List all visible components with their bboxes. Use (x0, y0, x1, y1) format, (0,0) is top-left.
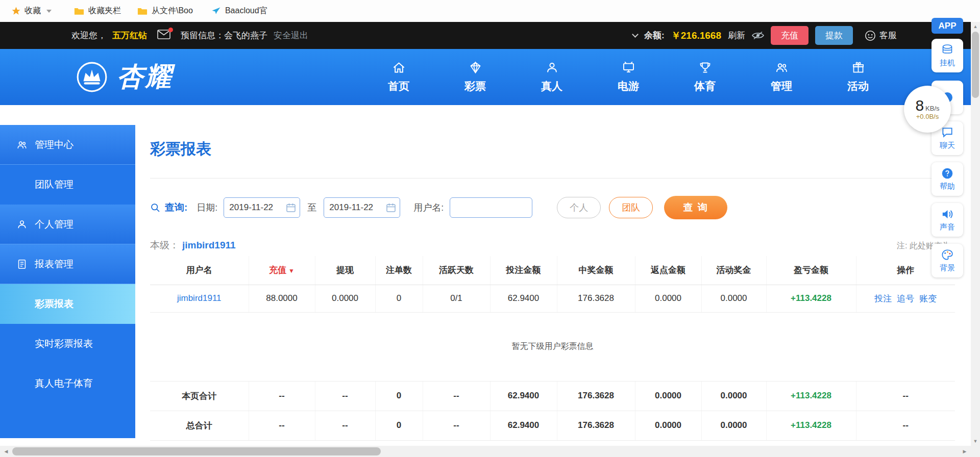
sound-button[interactable]: 声音 (932, 203, 963, 237)
action-chase-link[interactable]: 追号 (897, 294, 914, 303)
team-filter-button[interactable]: 团队 (609, 197, 653, 218)
main-content: 彩票报表 查询: 日期: 至 用户名: 个人 团队 查 询 本级：jimbird… (135, 105, 971, 446)
scroll-down-arrow[interactable] (971, 439, 980, 444)
date-to-box (324, 197, 400, 218)
bookmark-folder-2[interactable]: 从文件\Boo (137, 6, 193, 16)
logout-link[interactable]: 安全退出 (274, 30, 308, 41)
balance-label: 余额: (644, 30, 665, 41)
app-download-button[interactable]: APP (932, 18, 963, 34)
level-user-link[interactable]: jimbird1911 (182, 240, 236, 250)
person-icon (545, 61, 559, 74)
action-account-change-link[interactable]: 账变 (919, 294, 937, 303)
chat-icon (941, 126, 954, 139)
customer-service-label: 客服 (879, 30, 897, 41)
sidebar-item-personal-manage[interactable]: 个人管理 (0, 205, 135, 244)
nav-item-sports[interactable]: 体育 (667, 49, 743, 105)
col-recharge-sortable[interactable]: 充值▼ (249, 256, 315, 285)
chevron-down-icon[interactable] (632, 31, 639, 38)
sidebar-item-report-manage[interactable]: 报表管理 (0, 244, 135, 284)
trophy-icon (698, 61, 712, 74)
level-row: 本级：jimbird1911 (150, 239, 236, 252)
row-username-link[interactable]: jimbird1911 (150, 285, 249, 312)
gift-icon (851, 61, 865, 74)
level-label: 本级： (150, 240, 179, 250)
refresh-link[interactable]: 刷新 (728, 30, 745, 41)
favorites-label: 收藏 (24, 6, 41, 16)
speed-unit: KB/s (925, 105, 939, 112)
search-icon (150, 202, 161, 213)
grand-total-label: 总合计 (150, 411, 249, 440)
smiley-icon (865, 30, 876, 41)
screen: 收藏 收藏夹栏 从文件\Boo Baacloud官 欢迎您， 五万红钻 预留信息… (0, 0, 980, 457)
nav-menu: 首页 彩票 真人 电游 体育 管理 (360, 49, 896, 105)
date-to-input[interactable] (324, 197, 400, 218)
bookmark-label: Baacloud官 (225, 6, 267, 16)
sidebar-item-realtime-lottery-report[interactable]: 实时彩票报表 (0, 324, 135, 364)
game-console-icon (622, 61, 635, 74)
withdraw-button[interactable]: 提款 (815, 26, 853, 45)
crown-emblem-icon (75, 60, 109, 94)
col-rebate: 返点金额 (635, 256, 701, 285)
welcome-text: 欢迎您， (71, 30, 106, 41)
bookmark-folder-1[interactable]: 收藏夹栏 (74, 6, 121, 16)
people-icon (775, 61, 789, 74)
chat-label: 聊天 (940, 141, 955, 150)
nav-item-lottery[interactable]: 彩票 (437, 49, 513, 105)
account-info: 欢迎您， 五万红钻 预留信息： 会飞的燕子 安全退出 (0, 30, 308, 42)
vertical-scrollbar[interactable] (971, 22, 980, 446)
col-profit: 盈亏金额 (766, 256, 856, 285)
bookmark-link[interactable]: Baacloud官 (211, 6, 267, 16)
nav-item-manage[interactable]: 管理 (743, 49, 820, 105)
grand-total-row: 总合计 -- -- 0 -- 62.9400 176.3628 0.0000 0… (150, 411, 955, 440)
site-logo[interactable]: 杏耀 (75, 49, 173, 105)
sidebar-item-lottery-report[interactable]: 彩票报表 (0, 284, 135, 324)
hangup-button[interactable]: 挂机 (932, 39, 963, 72)
empty-row: 暂无下级用户彩票信息 (150, 312, 955, 381)
main-navbar: 杏耀 首页 彩票 真人 电游 体育 (0, 49, 971, 105)
vertical-scrollbar-thumb[interactable] (972, 32, 979, 98)
mail-button[interactable] (157, 30, 170, 42)
network-speed-bubble[interactable]: 8KB/s +0.0B/s (904, 86, 951, 133)
personal-filter-button[interactable]: 个人 (557, 197, 601, 218)
favorites-menu[interactable]: 收藏 (11, 6, 52, 16)
logo-text: 杏耀 (117, 59, 173, 95)
eye-toggle-icon[interactable] (752, 31, 764, 40)
date-from-box (224, 197, 300, 218)
nav-item-egames[interactable]: 电游 (590, 49, 667, 105)
sidebar-item-live-egame-sports[interactable]: 真人电子体育 (0, 364, 135, 403)
customer-service-button[interactable]: 客服 (865, 30, 897, 41)
balance-amount: ￥216.1668 (671, 29, 721, 42)
divider (150, 178, 957, 179)
to-label: 至 (307, 201, 316, 214)
scroll-right-arrow[interactable] (960, 449, 969, 454)
search-button[interactable]: 查 询 (664, 196, 727, 219)
help-button[interactable]: 帮助 (932, 162, 963, 196)
lottery-report-table: 用户名 充值▼ 提现 注单数 活跃天数 投注金额 中奖金额 返点金额 活动奖金 … (150, 256, 955, 441)
horizontal-scrollbar[interactable] (0, 446, 971, 457)
page-title: 彩票报表 (150, 139, 211, 160)
scrollbar-corner (971, 446, 980, 457)
nav-item-activity[interactable]: 活动 (820, 49, 896, 105)
col-active-days: 活跃天数 (423, 256, 490, 285)
sidebar-item-admin-center[interactable]: 管理中心 (0, 125, 135, 165)
horizontal-scrollbar-thumb[interactable] (12, 447, 381, 455)
star-icon (11, 6, 21, 16)
background-button[interactable]: 背景 (932, 244, 963, 277)
palette-icon (941, 248, 954, 262)
nav-item-live[interactable]: 真人 (513, 49, 590, 105)
scroll-left-arrow[interactable] (2, 449, 11, 454)
col-activity-bonus: 活动奖金 (701, 256, 766, 285)
date-from-input[interactable] (224, 197, 300, 218)
bookmark-label: 收藏夹栏 (88, 6, 121, 16)
sidebar-item-team-manage[interactable]: 团队管理 (0, 165, 135, 205)
scroll-up-arrow[interactable] (971, 24, 980, 29)
table-row: jimbird1911 88.0000 0.0000 0 0/1 62.9400… (150, 285, 955, 312)
empty-message: 暂无下级用户彩票信息 (150, 312, 955, 381)
recharge-button[interactable]: 充值 (771, 26, 808, 45)
nav-item-home[interactable]: 首页 (360, 49, 437, 105)
page-total-label: 本页合计 (150, 381, 249, 411)
sidebar: 管理中心 团队管理 个人管理 报表管理 彩票报表 实时彩票报表 真人电子体育 (0, 125, 135, 438)
folder-icon (74, 7, 84, 15)
action-bet-link[interactable]: 投注 (874, 294, 892, 303)
username-input[interactable] (450, 197, 532, 218)
